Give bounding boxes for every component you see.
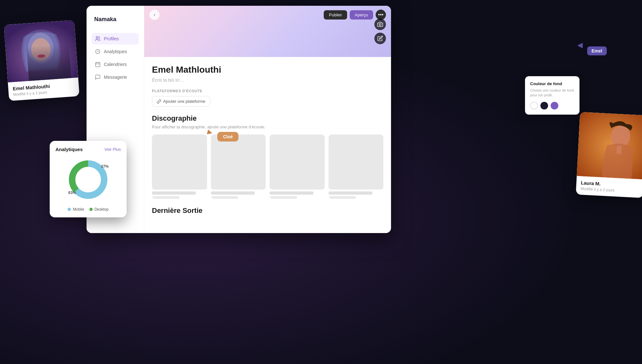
disc-line-title-1 bbox=[152, 191, 196, 195]
mobile-pct-label: 63% bbox=[68, 190, 76, 195]
platforms-label: PLATEFORMES D'ÉCOUTE bbox=[152, 89, 383, 93]
disc-line-title-2 bbox=[211, 191, 255, 195]
profile-side-icons bbox=[374, 19, 386, 44]
emel-profile-card[interactable]: Emel Mathlouthi Modifié il y a 2 jours bbox=[4, 20, 79, 101]
discography-grid bbox=[152, 134, 383, 199]
laura-portrait bbox=[577, 112, 642, 180]
laura-card-info: Laura M. Modifié il y a 2 jours bbox=[576, 176, 642, 198]
profile-bio[interactable]: Écris ta bio ici ... bbox=[152, 77, 383, 83]
add-platform-label: Ajouter une plateforme bbox=[163, 99, 205, 104]
app-logo: Namaka bbox=[92, 16, 139, 23]
mobile-label: Mobile bbox=[73, 207, 84, 212]
analytics-title: Analytiques bbox=[55, 147, 83, 152]
legend-desktop: Desktop bbox=[89, 207, 109, 212]
emel-portrait bbox=[4, 20, 78, 83]
desktop-dot bbox=[89, 208, 93, 211]
color-black[interactable] bbox=[540, 102, 548, 109]
disc-line-title-3 bbox=[270, 191, 313, 195]
disc-card-1[interactable] bbox=[152, 134, 207, 199]
disc-card-img-4 bbox=[329, 134, 384, 190]
disc-card-3[interactable] bbox=[270, 134, 325, 199]
sidebar-item-profiles[interactable]: Profiles bbox=[92, 33, 139, 44]
calendriers-icon bbox=[95, 61, 101, 67]
cloe-tooltip: Cloé bbox=[217, 132, 238, 142]
cursor-pointer: ▶ bbox=[577, 41, 583, 49]
svg-point-1 bbox=[27, 32, 55, 64]
disc-card-info-3 bbox=[270, 191, 325, 199]
publish-button[interactable]: Publier bbox=[324, 10, 347, 20]
messagerie-icon bbox=[95, 74, 101, 80]
color-popup: Couleur de fond Choisis une couleur de f… bbox=[525, 76, 579, 115]
edit-icon-button[interactable] bbox=[374, 33, 386, 44]
color-purple[interactable] bbox=[551, 102, 558, 109]
svg-rect-0 bbox=[4, 20, 78, 83]
profile-name: Emel Mathlouthi bbox=[152, 65, 383, 75]
donut-svg bbox=[66, 157, 111, 202]
disc-card-info-2 bbox=[211, 191, 266, 199]
voir-plus-link[interactable]: Voir Plus bbox=[104, 147, 121, 152]
disc-line-title-4 bbox=[329, 191, 372, 195]
svg-rect-6 bbox=[96, 62, 100, 67]
derniere-sortie-title: Dernière Sortie bbox=[152, 206, 383, 215]
disc-line-sub-2 bbox=[211, 196, 238, 199]
disc-line-sub-3 bbox=[270, 196, 297, 199]
edit-icon bbox=[377, 36, 383, 41]
link-icon bbox=[157, 99, 161, 104]
disc-card-img-2 bbox=[211, 134, 266, 190]
laura-portrait-svg bbox=[577, 112, 642, 180]
sidebar-item-calendriers[interactable]: Calendriers bbox=[92, 59, 139, 70]
svg-point-2 bbox=[30, 37, 51, 62]
svg-point-7 bbox=[379, 24, 381, 26]
disc-card-info-4 bbox=[329, 191, 384, 199]
svg-point-4 bbox=[96, 36, 98, 38]
color-popup-title: Couleur de fond bbox=[530, 81, 574, 86]
disc-card-4[interactable] bbox=[329, 134, 384, 199]
color-options bbox=[530, 102, 574, 109]
color-white[interactable] bbox=[530, 102, 538, 109]
mobile-dot bbox=[68, 208, 71, 211]
disc-card-info-1 bbox=[152, 191, 207, 199]
calendriers-label: Calendriers bbox=[104, 62, 127, 67]
preview-button[interactable]: Aperçu bbox=[350, 10, 373, 20]
svg-point-3 bbox=[38, 54, 46, 58]
scroll-content[interactable]: Emel Mathlouthi Écris ta bio ici ... PLA… bbox=[144, 57, 391, 233]
profiles-icon bbox=[95, 36, 101, 42]
legend-mobile: Mobile bbox=[68, 207, 84, 212]
main-content: ‹ Publier Aperçu ••• bbox=[144, 6, 391, 233]
analytiques-icon bbox=[95, 49, 101, 54]
discography-desc: Pour afficher ta discographie, ajoute un… bbox=[152, 125, 383, 129]
add-platform-button[interactable]: Ajouter une plateforme bbox=[152, 96, 210, 107]
cursor-label: Emel bbox=[587, 46, 607, 55]
camera-icon-button[interactable] bbox=[374, 19, 386, 30]
disc-card-img-3 bbox=[270, 134, 325, 190]
profiles-label: Profiles bbox=[104, 36, 119, 41]
disc-line-sub-1 bbox=[152, 196, 179, 199]
analytiques-label: Analytiques bbox=[104, 49, 127, 54]
discography-title: Discographie bbox=[152, 114, 383, 123]
desktop-label: Desktop bbox=[95, 207, 109, 212]
sidebar-item-messagerie[interactable]: Messagerie bbox=[92, 71, 139, 83]
camera-icon bbox=[377, 21, 383, 27]
disc-line-sub-4 bbox=[329, 196, 356, 199]
messagerie-label: Messagerie bbox=[104, 75, 127, 80]
analytics-legend: Mobile Desktop bbox=[55, 207, 121, 212]
laura-profile-card[interactable]: Laura M. Modifié il y a 2 jours bbox=[576, 112, 642, 198]
svg-rect-10 bbox=[616, 146, 621, 154]
sidebar-item-analytiques[interactable]: Analytiques bbox=[92, 46, 139, 57]
disc-card-img-1 bbox=[152, 134, 207, 190]
donut-chart: 63% 37% bbox=[66, 157, 111, 202]
app-window: Namaka Profiles Analytiques Calendriers bbox=[87, 6, 391, 233]
analytics-header: Analytiques Voir Plus bbox=[55, 147, 121, 152]
profile-background: ‹ Publier Aperçu ••• bbox=[144, 6, 391, 57]
analytics-card: Analytiques Voir Plus 63% 37% Mobile Des… bbox=[50, 141, 127, 217]
desktop-pct-label: 37% bbox=[101, 164, 109, 169]
back-button[interactable]: ‹ bbox=[149, 10, 160, 20]
disc-card-2[interactable] bbox=[211, 134, 266, 199]
color-popup-desc: Choisis une couleur de fond pour ton pro… bbox=[530, 88, 574, 98]
